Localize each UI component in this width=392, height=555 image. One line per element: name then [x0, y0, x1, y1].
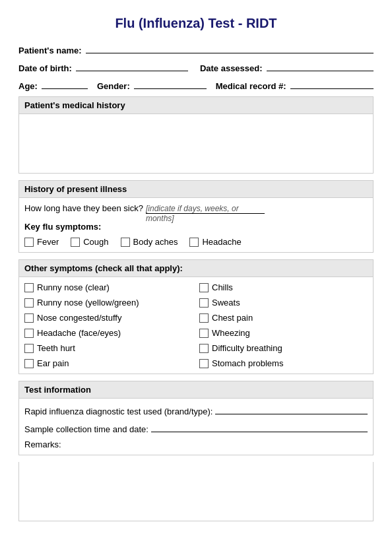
label-stomach-problems: Stomach problems — [212, 358, 283, 368]
sick-question: How long have they been sick? — [24, 203, 143, 213]
checkbox-chills[interactable] — [199, 283, 209, 292]
symptom-headache-face: Headache (face/eyes) — [24, 328, 193, 338]
label-runny-clear: Runny nose (clear) — [37, 282, 110, 292]
page-title: Flu (Influenza) Test - RIDT — [18, 16, 374, 31]
symptom-chest-pain: Chest pain — [199, 313, 368, 323]
symptom-cough-label: Cough — [83, 237, 108, 247]
label-chills: Chills — [212, 282, 233, 292]
symptom-ear-pain: Ear pain — [24, 358, 193, 368]
dob-assessed-row: Date of birth: Date assessed: — [18, 61, 374, 73]
checkbox-cough[interactable] — [71, 238, 80, 247]
sample-field[interactable] — [151, 422, 368, 432]
dob-field[interactable] — [76, 61, 188, 71]
medical-history-body[interactable] — [18, 114, 374, 174]
label-wheezing: Wheezing — [212, 328, 250, 338]
checkbox-runny-yellow[interactable] — [24, 298, 34, 308]
checkbox-stomach-problems[interactable] — [199, 359, 209, 368]
symptom-nose-congested: Nose congested/stuffy — [24, 313, 193, 323]
age-field[interactable] — [42, 79, 88, 89]
symptom-stomach-problems: Stomach problems — [199, 358, 368, 368]
symptom-difficulty-breathing: Difficulty breathing — [199, 343, 368, 353]
label-difficulty-breathing: Difficulty breathing — [212, 343, 282, 353]
brand-field[interactable] — [215, 404, 368, 414]
sample-label: Sample collection time and date: — [24, 424, 148, 434]
medical-record-field[interactable] — [290, 79, 374, 89]
remarks-label-row: Remarks: — [24, 440, 368, 449]
symptom-sweats: Sweats — [199, 298, 368, 308]
checkbox-nose-congested[interactable] — [24, 313, 34, 323]
present-illness-header: History of present illness — [18, 180, 374, 198]
symptom-fever-label: Fever — [37, 237, 59, 247]
checkbox-teeth-hurt[interactable] — [24, 344, 34, 353]
other-symptoms-grid: Runny nose (clear) Chills Runny nose (ye… — [24, 282, 368, 368]
brand-label: Rapid influenza diagnostic test used (br… — [24, 407, 212, 416]
sick-placeholder: [indicate if days, weeks, or months] — [146, 204, 239, 223]
symptom-runny-yellow: Runny nose (yellow/green) — [24, 298, 193, 308]
sample-collection-row: Sample collection time and date: — [24, 422, 368, 434]
dob-label: Date of birth: — [18, 63, 72, 73]
checkbox-headache[interactable] — [189, 238, 199, 247]
age-gender-record-row: Age: Gender: Medical record #: — [18, 79, 374, 91]
patient-name-row: Patient's name: — [18, 43, 374, 55]
patient-name-label: Patient's name: — [18, 46, 82, 55]
symptom-headache-label: Headache — [202, 237, 241, 247]
symptom-runny-clear: Runny nose (clear) — [24, 282, 193, 292]
checkbox-ear-pain[interactable] — [24, 359, 34, 368]
symptom-body-aches-label: Body aches — [133, 237, 178, 247]
present-illness-body: How long have they been sick? [indicate … — [18, 198, 374, 253]
checkbox-body-aches[interactable] — [121, 238, 130, 247]
label-headache-face: Headache (face/eyes) — [37, 328, 121, 338]
label-ear-pain: Ear pain — [37, 358, 69, 368]
flu-symptoms-row: Fever Cough Body aches Headache — [24, 237, 368, 247]
symptom-teeth-hurt: Teeth hurt — [24, 343, 193, 353]
key-flu-label: Key flu symptoms: — [24, 222, 368, 232]
symptom-body-aches: Body aches — [121, 237, 178, 247]
medical-history-header: Patient's medical history — [18, 96, 374, 114]
symptom-fever: Fever — [24, 237, 59, 247]
gender-field[interactable] — [134, 79, 207, 89]
age-label: Age: — [18, 81, 38, 91]
label-sweats: Sweats — [212, 298, 240, 308]
checkbox-chest-pain[interactable] — [199, 313, 209, 323]
checkbox-sweats[interactable] — [199, 298, 209, 308]
remarks-label: Remarks: — [24, 440, 61, 449]
label-nose-congested: Nose congested/stuffy — [37, 313, 121, 323]
label-chest-pain: Chest pain — [212, 313, 253, 323]
date-assessed-label: Date assessed: — [200, 63, 263, 73]
sick-duration-field[interactable]: [indicate if days, weeks, or months] — [146, 203, 265, 214]
sick-duration-row: How long have they been sick? [indicate … — [24, 203, 368, 214]
symptom-wheezing: Wheezing — [199, 328, 368, 338]
test-info-header: Test information — [18, 381, 374, 399]
gender-label: Gender: — [97, 81, 130, 91]
patient-name-field[interactable] — [86, 43, 374, 53]
label-teeth-hurt: Teeth hurt — [37, 343, 75, 353]
symptom-headache: Headache — [189, 237, 241, 247]
checkbox-wheezing[interactable] — [199, 329, 209, 338]
symptom-chills: Chills — [199, 282, 368, 292]
other-symptoms-header: Other symptoms (check all that apply): — [18, 259, 374, 277]
date-assessed-field[interactable] — [267, 61, 374, 71]
label-runny-yellow: Runny nose (yellow/green) — [37, 298, 139, 308]
other-symptoms-body: Runny nose (clear) Chills Runny nose (ye… — [18, 277, 374, 374]
checkbox-fever[interactable] — [24, 238, 34, 247]
brand-type-row: Rapid influenza diagnostic test used (br… — [24, 404, 368, 416]
checkbox-difficulty-breathing[interactable] — [199, 344, 209, 353]
checkbox-runny-clear[interactable] — [24, 283, 34, 292]
checkbox-headache-face[interactable] — [24, 329, 34, 338]
remarks-box[interactable] — [18, 462, 374, 521]
test-info-body: Rapid influenza diagnostic test used (br… — [18, 399, 374, 455]
symptom-cough: Cough — [71, 237, 108, 247]
medical-record-label: Medical record #: — [216, 81, 286, 91]
